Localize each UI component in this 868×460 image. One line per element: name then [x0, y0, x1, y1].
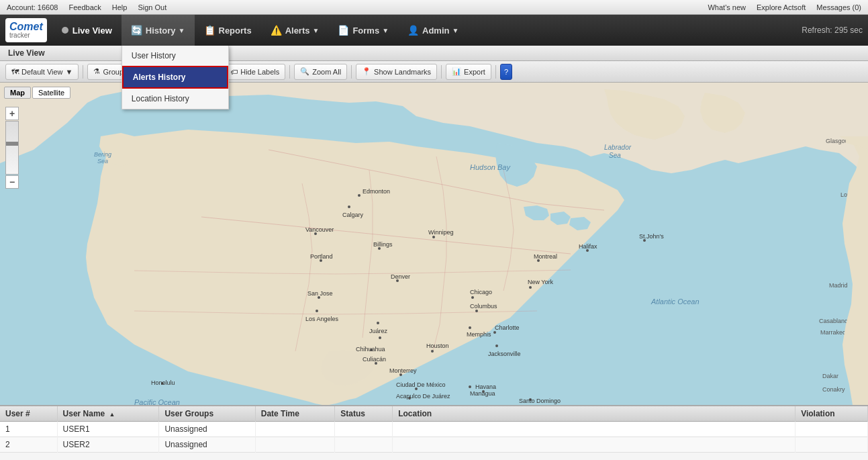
svg-point-1	[358, 194, 360, 197]
col-user-num[interactable]: User #	[0, 406, 57, 422]
svg-text:Portland: Portland	[310, 253, 333, 260]
separator-6	[441, 65, 442, 79]
feedback-link[interactable]: Feedback	[68, 3, 101, 11]
map-svg: Edmonton Calgary Vancouver Billings Port…	[0, 83, 868, 405]
cell-user-groups-2: Unassigned	[159, 437, 255, 453]
sort-asc-icon: ▲	[109, 411, 115, 418]
svg-text:Monterrey: Monterrey	[389, 367, 417, 374]
account-label: Account: 16608	[7, 3, 58, 11]
history-nav-item[interactable]: 🔄 History ▼	[122, 15, 195, 46]
svg-text:Madrid: Madrid	[829, 282, 848, 289]
svg-text:Labrador: Labrador	[604, 144, 632, 151]
zoom-all-label: Zoom All	[312, 68, 341, 76]
svg-text:Jacksonville: Jacksonville	[488, 351, 521, 357]
svg-text:Sea: Sea	[609, 152, 621, 159]
svg-text:Juárez: Juárez	[369, 328, 388, 334]
messages-link[interactable]: Messages (0)	[816, 3, 861, 11]
alerts-history-item[interactable]: Alerts History	[122, 66, 228, 89]
nav-liveview[interactable]: Live View	[52, 15, 122, 46]
export-label: Export	[464, 68, 485, 76]
map-tab-map[interactable]: Map	[4, 87, 31, 99]
svg-point-15	[316, 310, 318, 312]
svg-text:Managua: Managua	[470, 390, 495, 397]
svg-text:Chicago: Chicago	[470, 289, 492, 295]
explore-actsoft-link[interactable]: Explore Actsoft	[757, 3, 806, 11]
svg-text:Hudson Bay: Hudson Bay	[470, 163, 511, 171]
reports-nav-item[interactable]: 📋 Reports	[195, 15, 261, 46]
cell-user-name-2: USER2	[57, 437, 159, 453]
svg-point-56	[469, 385, 471, 388]
map-tab-satellite[interactable]: Satellite	[32, 87, 70, 99]
separator-4	[289, 65, 290, 79]
alerts-caret-icon: ▼	[312, 27, 319, 34]
signout-link[interactable]: Sign Out	[138, 3, 166, 11]
cell-user-name-1: USER1	[57, 422, 159, 437]
svg-text:Ciudad De México: Ciudad De México	[396, 381, 446, 388]
map-area[interactable]: Map Satellite + −	[0, 83, 868, 405]
svg-text:New York: New York	[528, 279, 554, 285]
zoom-slider[interactable]	[5, 121, 19, 175]
cell-status-2	[335, 437, 393, 453]
svg-text:Halifax: Halifax	[579, 243, 597, 250]
admin-nav-label: Admin	[422, 26, 449, 36]
svg-point-40	[471, 296, 474, 299]
svg-text:Los Angeles: Los Angeles	[305, 316, 339, 322]
svg-text:Havana: Havana	[475, 383, 496, 390]
col-user-groups[interactable]: User Groups	[159, 406, 255, 422]
cell-date-time-2	[255, 437, 335, 453]
help-circle-btn[interactable]: ?	[500, 64, 512, 80]
svg-point-17	[377, 322, 379, 324]
zoom-all-icon: 🔍	[300, 67, 309, 76]
forms-nav-label: Forms	[352, 26, 379, 36]
col-violation[interactable]: Violation	[795, 406, 868, 422]
help-icon: ?	[504, 68, 508, 76]
history-dropdown-menu: User History Alerts History Location His…	[122, 46, 229, 109]
col-date-time[interactable]: Date Time	[255, 406, 335, 422]
zoom-controls: + −	[5, 107, 19, 189]
export-icon: 📊	[452, 67, 461, 76]
top-bar-right: What's new Explore Actsoft Messages (0)	[708, 3, 861, 11]
alerts-nav-item[interactable]: ⚠️ Alerts ▼	[261, 15, 329, 46]
col-user-name[interactable]: User Name ▲	[57, 406, 159, 422]
default-view-btn[interactable]: 🗺 Default View ▼	[5, 64, 79, 80]
help-link[interactable]: Help	[112, 3, 128, 11]
table-body: 1 USER1 Unassigned 2 USER2 Unassigned	[0, 422, 868, 453]
live-view-nav-label: Live View	[73, 26, 112, 36]
cell-date-time-1	[255, 422, 335, 437]
alerts-nav-label: Alerts	[285, 26, 310, 36]
whats-new-link[interactable]: What's new	[708, 3, 746, 11]
col-status[interactable]: Status	[335, 406, 393, 422]
cell-violation-1	[795, 422, 868, 437]
forms-nav-item[interactable]: 📄 Forms ▼	[328, 15, 398, 46]
table-row[interactable]: 1 USER1 Unassigned	[0, 422, 868, 437]
svg-point-30	[431, 350, 434, 353]
table-header: User # User Name ▲ User Groups Date Time…	[0, 406, 868, 422]
col-location[interactable]: Location	[393, 406, 795, 422]
zoom-in-btn[interactable]: +	[5, 107, 19, 120]
svg-point-38	[495, 344, 498, 347]
svg-text:St.John's: St.John's	[639, 233, 664, 240]
show-landmarks-btn[interactable]: 📍 Show Landmarks	[356, 64, 437, 80]
hide-labels-label: Hide Labels	[240, 68, 279, 76]
svg-text:Vancouver: Vancouver	[305, 226, 334, 233]
history-dropdown-container: 🔄 History ▼ User History Alerts History …	[122, 15, 195, 46]
hide-labels-btn[interactable]: 🏷 Hide Labels	[224, 64, 285, 80]
zoom-out-btn[interactable]: −	[5, 175, 19, 189]
user-history-item[interactable]: User History	[122, 46, 228, 66]
logo-tracker: tracker	[9, 32, 43, 39]
logo-text: Comet tracker	[9, 21, 43, 39]
logo[interactable]: Comet tracker	[5, 18, 47, 42]
table-row[interactable]: 2 USER2 Unassigned	[0, 437, 868, 453]
svg-text:Denver: Denver	[391, 273, 410, 280]
svg-text:Pacific Ocean: Pacific Ocean	[134, 398, 180, 405]
export-btn[interactable]: 📊 Export	[446, 64, 491, 80]
svg-point-21	[379, 336, 381, 339]
admin-nav-item[interactable]: 👤 Admin ▼	[398, 15, 468, 46]
col-user-name-label: User Name	[63, 409, 105, 418]
separator-7	[495, 65, 496, 79]
nav-bar: Comet tracker Live View 🔄 History ▼ User…	[0, 15, 868, 46]
location-history-item[interactable]: Location History	[122, 89, 228, 109]
zoom-all-btn[interactable]: 🔍 Zoom All	[294, 64, 347, 80]
cell-user-num-2: 2	[0, 437, 57, 453]
show-landmarks-label: Show Landmarks	[374, 68, 431, 76]
